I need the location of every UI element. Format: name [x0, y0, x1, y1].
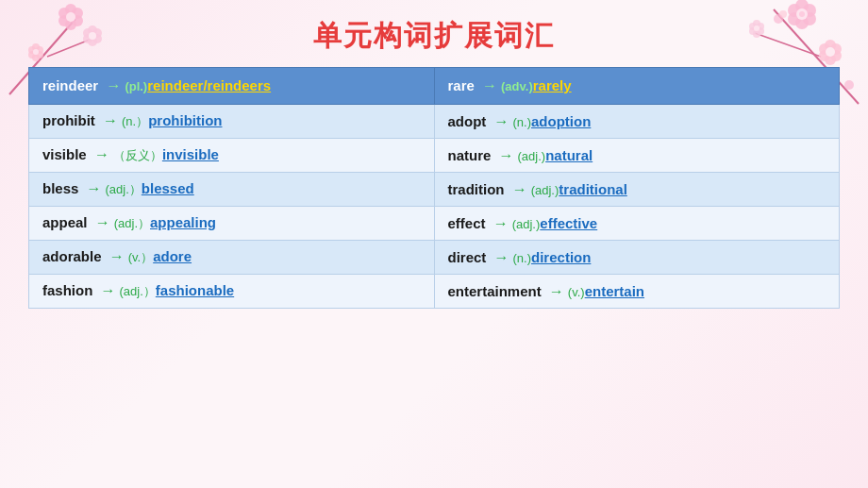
word-label: (adj.) — [531, 183, 559, 197]
word-base: appeal — [42, 214, 88, 230]
word-base: entertainment — [448, 283, 542, 299]
table-row: appeal →(adj.）appealingeffect →(adj.)eff… — [29, 207, 840, 241]
arrow: → — [512, 181, 527, 197]
derived-word: fashionable — [156, 282, 234, 298]
word-label: (adv.) — [501, 79, 533, 93]
table-cell-left: prohibit →(n.）prohibition — [29, 105, 435, 139]
table-cell-left: reindeer →(pl.)reindeer/reindeers — [29, 68, 435, 105]
word-base: adopt — [448, 113, 487, 129]
word-base: adorable — [42, 248, 102, 264]
table-cell-right: effect →(adj.)effective — [434, 207, 840, 241]
page-title: 单元构词扩展词汇 — [28, 17, 840, 56]
table-cell-left: fashion →(adj.）fashionable — [29, 275, 435, 309]
table-row: visible →（反义）invisiblenature →(adj.)natu… — [29, 139, 840, 173]
derived-word: appealing — [150, 214, 216, 230]
derived-word: rarely — [533, 77, 572, 93]
arrow: → — [106, 77, 121, 93]
table-row: adorable →(v.）adoredirect →(n.)direction — [29, 241, 840, 275]
table-cell-right: entertainment →(v.)entertain — [434, 275, 840, 309]
derived-word: reindeer/reindeers — [147, 77, 271, 93]
word-base: fashion — [42, 282, 92, 298]
word-base: effect — [448, 215, 486, 231]
word-base: direct — [448, 249, 487, 265]
word-base: tradition — [448, 181, 505, 197]
table-cell-right: adopt →(n.)adoption — [434, 105, 840, 139]
table-row: fashion →(adj.）fashionableentertainment … — [29, 275, 840, 309]
word-label: (v.) — [568, 285, 585, 299]
table-row: prohibit →(n.）prohibitionadopt →(n.)adop… — [29, 105, 840, 139]
derived-word: blessed — [142, 180, 194, 196]
vocab-table: reindeer →(pl.)reindeer/reindeersrare →(… — [28, 67, 840, 309]
arrow: → — [103, 112, 118, 128]
table-cell-left: visible →（反义）invisible — [29, 139, 435, 173]
table-cell-right: nature →(adj.)natural — [434, 139, 840, 173]
arrow: → — [109, 248, 125, 264]
arrow: → — [87, 180, 102, 196]
word-base: visible — [42, 146, 87, 162]
derived-word: adore — [153, 248, 192, 264]
arrow: → — [482, 77, 497, 93]
derived-word: traditional — [559, 181, 627, 197]
arrow: → — [494, 249, 509, 265]
word-label: (v.） — [128, 250, 153, 264]
derived-word: invisible — [162, 146, 219, 162]
word-base: nature — [448, 147, 492, 163]
arrow: → — [94, 146, 109, 162]
word-label: (pl.) — [125, 79, 147, 93]
word-base: prohibit — [42, 112, 95, 128]
word-label: (n.) — [513, 115, 532, 129]
table-cell-right: direct →(n.)direction — [434, 241, 840, 275]
word-label: (adj.） — [114, 216, 150, 230]
derived-word: prohibition — [148, 112, 222, 128]
table-row: bless →(adj.）blessedtradition →(adj.)tra… — [29, 173, 840, 207]
arrow: → — [499, 147, 514, 163]
word-label: (n.) — [513, 251, 532, 265]
derived-word: effective — [540, 215, 597, 231]
word-label: (adj.) — [518, 149, 546, 163]
derived-word: direction — [531, 249, 591, 265]
word-label: (adj.） — [120, 284, 156, 298]
arrow: → — [493, 215, 509, 231]
word-label: (adj.） — [106, 182, 142, 196]
word-label: （反义） — [113, 148, 162, 162]
arrow: → — [494, 113, 509, 129]
word-base: rare — [448, 77, 475, 93]
derived-word: adoption — [531, 113, 591, 129]
word-base: bless — [42, 180, 78, 196]
word-label: (n.） — [122, 114, 148, 128]
table-cell-left: adorable →(v.）adore — [29, 241, 435, 275]
derived-word: entertain — [585, 283, 644, 299]
table-cell-right: tradition →(adj.)traditional — [434, 173, 840, 207]
svg-point-49 — [844, 80, 854, 90]
arrow: → — [101, 282, 116, 298]
table-cell-left: appeal →(adj.）appealing — [29, 207, 435, 241]
table-cell-right: rare →(adv.)rarely — [434, 68, 840, 105]
table-cell-left: bless →(adj.）blessed — [29, 173, 435, 207]
arrow: → — [549, 283, 564, 299]
word-label: (adj.) — [512, 217, 541, 231]
word-base: reindeer — [42, 77, 98, 93]
arrow: → — [95, 214, 110, 230]
derived-word: natural — [545, 147, 593, 163]
table-row: reindeer →(pl.)reindeer/reindeersrare →(… — [29, 68, 840, 105]
page-container: 单元构词扩展词汇 reindeer →(pl.)reindeer/reindee… — [0, 0, 868, 488]
